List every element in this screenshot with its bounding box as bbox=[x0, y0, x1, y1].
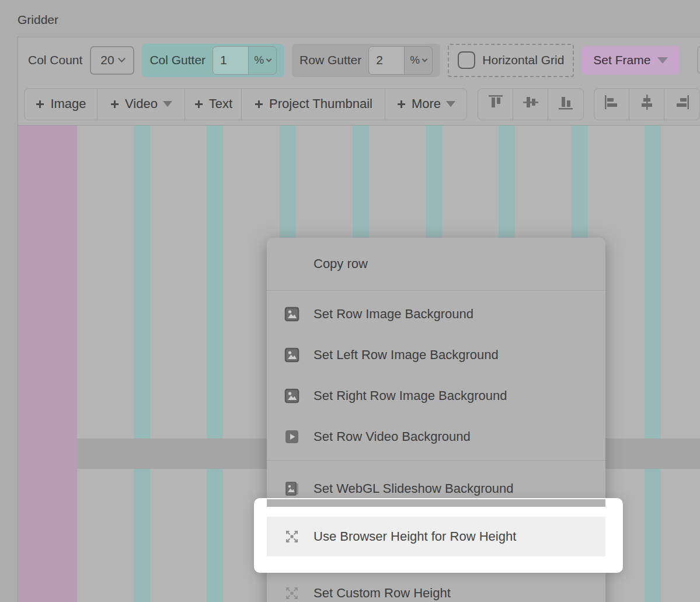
plus-icon bbox=[35, 99, 45, 109]
image-icon bbox=[284, 388, 299, 403]
col-gutter-input[interactable] bbox=[213, 47, 248, 74]
menu-item-copy-row[interactable]: Copy row bbox=[267, 243, 605, 284]
align-bottom-icon bbox=[557, 93, 574, 114]
menu-item-set-row-image-background[interactable]: Set Row Image Background bbox=[267, 294, 605, 335]
align-right-icon bbox=[673, 93, 691, 114]
align-left-icon bbox=[603, 93, 621, 114]
row-gutter-unit-dropdown[interactable]: % bbox=[404, 47, 432, 74]
align-bottom-button[interactable] bbox=[548, 89, 583, 120]
caret-down-icon bbox=[446, 101, 455, 107]
add-project-thumbnail-label: Project Thumbnail bbox=[269, 96, 372, 112]
add-more-label: More bbox=[412, 96, 441, 112]
col-gutter-unit: % bbox=[254, 54, 264, 67]
chevron-down-icon bbox=[266, 57, 272, 62]
set-frame-button[interactable]: Set Frame bbox=[581, 46, 680, 75]
menu-item-set-custom-row-height[interactable]: Set Custom Row Height bbox=[267, 573, 605, 602]
row-gutter-control: Row Gutter % bbox=[292, 44, 440, 77]
menu-item-label: Set WebGL Slideshow Background bbox=[314, 481, 513, 496]
video-icon bbox=[284, 429, 299, 444]
align-center-horizontal-button[interactable] bbox=[629, 89, 664, 120]
align-top-icon bbox=[487, 93, 504, 114]
add-video-button[interactable]: Video bbox=[97, 89, 185, 120]
menu-item-set-left-row-image-background[interactable]: Set Left Row Image Background bbox=[267, 335, 605, 375]
add-image-label: Image bbox=[50, 96, 86, 112]
menu-item-label: Use Browser Height for Row Height bbox=[314, 529, 516, 544]
add-more-button[interactable]: More bbox=[385, 89, 466, 120]
menu-item-set-row-video-background[interactable]: Set Row Video Background bbox=[267, 416, 605, 457]
vertical-align-group bbox=[478, 88, 584, 120]
col-count-value: 20 bbox=[100, 53, 114, 67]
plus-icon bbox=[396, 99, 406, 109]
row-gutter-field-group: % bbox=[368, 46, 433, 75]
caret-down-icon bbox=[657, 57, 668, 64]
plus-icon bbox=[254, 99, 264, 109]
col-gutter-label: Col Gutter bbox=[149, 53, 206, 67]
menu-item-label: Set Custom Row Height bbox=[314, 586, 451, 601]
menu-item-label: Set Row Video Background bbox=[314, 429, 471, 444]
menu-item-label: Copy row bbox=[314, 256, 368, 272]
menu-item-set-right-row-image-background[interactable]: Set Right Row Image Background bbox=[267, 375, 605, 416]
add-project-thumbnail-button[interactable]: Project Thumbnail bbox=[242, 89, 385, 120]
add-image-button[interactable]: Image bbox=[25, 89, 97, 120]
plus-icon bbox=[110, 99, 120, 109]
horizontal-grid-label: Horizontal Grid bbox=[482, 53, 564, 67]
slideshow-icon bbox=[284, 481, 299, 496]
column-gutter-stripe bbox=[207, 126, 223, 602]
col-count-dropdown[interactable]: 20 bbox=[90, 46, 134, 75]
image-icon bbox=[284, 307, 299, 322]
plus-icon bbox=[194, 99, 204, 109]
expand-icon bbox=[284, 586, 299, 601]
chevron-down-icon bbox=[118, 55, 126, 62]
row-gutter-unit: % bbox=[410, 54, 420, 67]
menu-item-label: Set Row Image Background bbox=[314, 307, 473, 322]
horizontal-align-group bbox=[594, 88, 700, 120]
insert-toolbar: Image Video Text Project Thumbnail bbox=[18, 83, 700, 125]
col-gutter-field-group: % bbox=[213, 46, 277, 75]
align-center-horizontal-icon bbox=[638, 93, 656, 114]
col-gutter-control: Col Gutter % bbox=[142, 44, 284, 77]
add-text-label: Text bbox=[209, 96, 232, 112]
dimmed-row-remnant bbox=[267, 499, 605, 507]
expand-icon bbox=[284, 529, 299, 544]
menu-item-label: Set Right Row Image Background bbox=[314, 388, 507, 403]
align-left-button[interactable] bbox=[594, 89, 629, 120]
add-video-label: Video bbox=[125, 96, 158, 112]
col-count-label: Col Count bbox=[28, 53, 82, 67]
row-gutter-input[interactable] bbox=[369, 47, 404, 74]
menu-item-label: Set Left Row Image Background bbox=[314, 347, 499, 363]
selected-column[interactable] bbox=[18, 126, 77, 602]
menu-section-backgrounds: Set Row Image Background Set Left Row Im… bbox=[267, 291, 605, 460]
menu-section-top: Copy row bbox=[267, 238, 605, 290]
caret-down-icon bbox=[163, 101, 172, 107]
settings-toolbar: Col Count 20 Col Gutter % Row Gutter % bbox=[18, 37, 700, 83]
add-text-button[interactable]: Text bbox=[185, 89, 242, 120]
insert-button-group: Image Video Text Project Thumbnail bbox=[24, 88, 467, 120]
chevron-down-icon bbox=[422, 57, 428, 62]
align-middle-vertical-icon bbox=[522, 93, 539, 114]
clipped-toolbar-button[interactable] bbox=[697, 46, 700, 74]
align-top-button[interactable] bbox=[478, 89, 513, 120]
col-gutter-unit-dropdown[interactable]: % bbox=[248, 47, 276, 74]
horizontal-grid-toggle[interactable]: Horizontal Grid bbox=[448, 44, 574, 77]
row-gutter-label: Row Gutter bbox=[299, 53, 361, 67]
align-middle-vertical-button[interactable] bbox=[513, 89, 548, 120]
align-right-button[interactable] bbox=[664, 89, 699, 120]
set-frame-label: Set Frame bbox=[593, 53, 650, 67]
column-gutter-stripe bbox=[645, 126, 661, 602]
menu-item-use-browser-height[interactable]: Use Browser Height for Row Height bbox=[267, 517, 605, 556]
horizontal-grid-checkbox[interactable] bbox=[458, 51, 475, 69]
spotlight-highlight: Use Browser Height for Row Height bbox=[254, 498, 623, 573]
column-gutter-stripe bbox=[134, 126, 150, 602]
image-icon bbox=[284, 347, 299, 363]
page-title: Gridder bbox=[18, 13, 58, 27]
